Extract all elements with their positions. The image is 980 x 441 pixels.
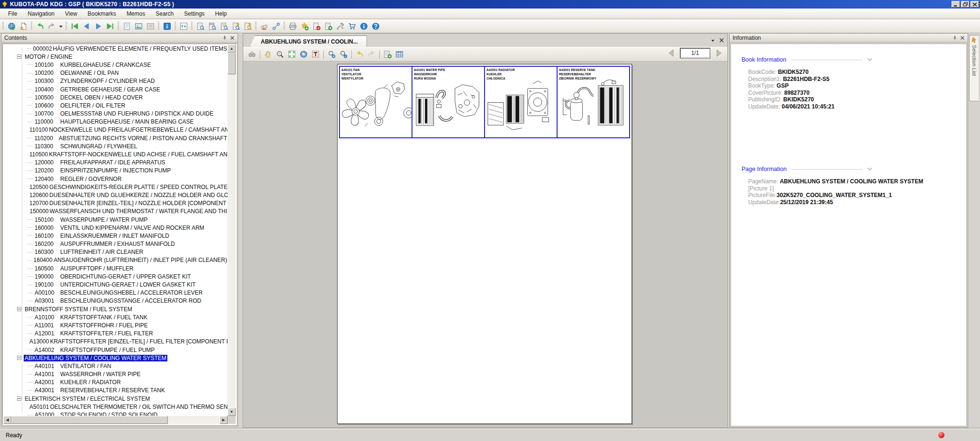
tree-item[interactable]: 100100KURBELGHAEUSE / CRANKCASE — [3, 61, 228, 69]
tree-item[interactable]: 120700DUESENHALTER [EINZEL-TEIL] / NOZZL… — [3, 199, 228, 207]
zoom-in-button[interactable] — [326, 49, 338, 60]
web-home-button[interactable] — [6, 20, 18, 32]
tree-item[interactable]: 160200AUSPUFFRUMMER / EXHAUST MANIFOLD — [3, 240, 228, 248]
memo-check-button[interactable] — [311, 20, 322, 32]
tree-item[interactable]: 110300SCHWUNGRAD / FLYWHEEL — [3, 142, 228, 150]
tree-item[interactable]: A10100KRAFTSTOFFTANK / FUEL TANK — [3, 313, 228, 321]
search-list-button[interactable] — [218, 20, 230, 32]
tree-item[interactable]: 160000VENTIL UND KIPPENARM / VALVE AND R… — [3, 224, 228, 232]
tree-item[interactable]: 160400ANSAUGENROHR (LUFTREINHEIT) / INLE… — [3, 256, 228, 264]
diagram-fan[interactable]: A40101 FAN VENTILATOR WENTYLATOR — [340, 67, 412, 137]
tab-cooling-system[interactable]: ABKUEHLUNG SYSTEM / COOLIN... — [250, 36, 367, 47]
scroll-right-icon[interactable]: ▶ — [220, 416, 228, 424]
tree-item[interactable]: A41001WASSERROHR / WATER PIPE — [3, 370, 228, 378]
text-select-button[interactable] — [310, 49, 321, 60]
menu-file[interactable]: File — [3, 9, 22, 18]
redo-mark-button[interactable] — [366, 49, 377, 60]
search-bookmark-button[interactable] — [230, 20, 242, 32]
collapse-box-icon[interactable] — [17, 54, 21, 59]
scroll-up-icon[interactable]: ▲ — [228, 45, 236, 53]
tab-list-dropdown-icon[interactable] — [709, 36, 716, 44]
illustration-view-button[interactable] — [133, 20, 145, 32]
tree-item[interactable]: A50101OELSCHALTER THERMOMETER / OIL SWIT… — [3, 403, 228, 411]
page-view-button[interactable] — [121, 20, 133, 32]
search-page-button[interactable] — [206, 20, 218, 32]
tree-vertical-scrollbar[interactable]: ▲ ▼ — [228, 45, 236, 416]
tree-item[interactable]: 190100UNTERDICHTUNG-GERAET / LOWER GASKE… — [3, 280, 228, 288]
tree-node[interactable]: BRENNSTOFF SYSTEM / FUEL SYSTEM — [3, 305, 228, 313]
tree-item[interactable]: A42001KUEHLER / RADIATOR — [3, 378, 228, 387]
undo-navigation-button[interactable] — [34, 20, 46, 32]
pan-hand-button[interactable] — [262, 49, 274, 60]
diagram-water-pipe[interactable]: A41001 WATER PIPE WASSERROHR RURA WODNA — [412, 67, 484, 137]
zoom-select-button[interactable] — [274, 49, 286, 60]
tree-item[interactable]: A03001BESCHLEUNIGUNGSSTANGE / ACCELERATO… — [3, 297, 228, 305]
tree-item[interactable]: 190000OBERDICHTUNG-GERAET / UPPER GASKET… — [3, 272, 228, 280]
diagram-radiator[interactable]: A42001 RADIATOR KUEHLER CHŁODNICA — [484, 67, 557, 137]
tree-item[interactable]: A11001KRAFTSTOFFROHR / FUEL PIPE — [3, 321, 228, 329]
tree-item[interactable]: 110100NOCKENWELLE UND FREILAUFGETRIEBEWE… — [3, 126, 228, 134]
pin-icon[interactable] — [221, 35, 229, 42]
fit-page-button[interactable] — [286, 49, 298, 60]
menu-view[interactable]: View — [60, 9, 82, 18]
eraser-button[interactable] — [258, 20, 270, 32]
previous-picture-icon[interactable] — [667, 49, 676, 57]
pin-icon[interactable] — [951, 35, 959, 42]
menu-bookmarks[interactable]: Bookmarks — [82, 9, 121, 18]
tree-item[interactable]: 150100WASSERPUMPE / WATER PUMP — [3, 216, 228, 224]
scroll-left-icon[interactable]: ◀ — [3, 416, 11, 424]
redo-navigation-button[interactable] — [46, 20, 58, 32]
previous-page-button[interactable] — [81, 20, 92, 32]
drawing-canvas[interactable]: A40101 FAN VENTILATOR WENTYLATOR — [244, 62, 727, 427]
scroll-thumb[interactable] — [228, 53, 236, 74]
tree-item[interactable]: A12001KRAFTSTOFFILTER / FUEL FILTER — [3, 330, 228, 338]
tree-item[interactable]: 120500GESCHWINDIGKEITS-REGLER PLATTE / S… — [3, 183, 228, 191]
menu-navigation[interactable]: Navigation — [22, 9, 60, 18]
next-page-button[interactable] — [92, 20, 104, 32]
tree-item[interactable]: 100200OELWANNE / OIL PAN — [3, 69, 228, 77]
tree-item[interactable]: 120600DUESENHALTER UND GLUEHKERZE / NOZZ… — [3, 191, 228, 199]
tree-item[interactable]: 100400GETRIEBE GEHAEUSE / GEAR CASE — [3, 85, 228, 93]
collapse-section-icon[interactable] — [867, 58, 872, 62]
search-book-button[interactable] — [194, 20, 206, 32]
tree-node[interactable]: MOTOR / ENGINE — [3, 53, 228, 61]
first-page-button[interactable] — [69, 20, 81, 32]
tree-item[interactable]: A00100BESCHLEUNIGUNGSHEBEL / ACCELERATOR… — [3, 289, 228, 297]
list-view-button[interactable] — [145, 20, 156, 32]
tree-item[interactable]: 160100EINLASSKRUEMMER / INLET MANIFOLD — [3, 232, 228, 240]
collapse-box-icon[interactable] — [17, 396, 21, 401]
tree-item[interactable]: 100500DECKEL OBEN / HEAD COVER — [3, 93, 228, 101]
menu-search[interactable]: Search — [150, 9, 179, 18]
snapshot-button[interactable] — [298, 49, 310, 60]
parts-table-button[interactable] — [394, 49, 405, 60]
tree-item[interactable]: 120200EINSPRITZENPUMPE / INJECTION PUMP — [3, 167, 228, 175]
tree-item[interactable]: A40101VENTILATOR / FAN — [3, 362, 228, 370]
minimize-button[interactable] — [952, 1, 960, 8]
tree-item[interactable]: A14002KRAFTSTOFFPUMPE / FUEL PUMP — [3, 346, 228, 354]
scroll-down-icon[interactable]: ▼ — [228, 408, 236, 416]
document-page[interactable]: A40101 FAN VENTILATOR WENTYLATOR — [337, 64, 632, 424]
tree-horizontal-scrollbar[interactable]: ◀ ▶ — [3, 416, 228, 424]
next-picture-icon[interactable] — [714, 49, 724, 57]
parts-cart-button[interactable] — [346, 20, 358, 32]
information-view-button[interactable] — [161, 20, 173, 32]
undo-mark-button[interactable] — [354, 49, 366, 60]
collapse-section-icon[interactable] — [867, 167, 872, 171]
tree-node[interactable]: ELEKTRISCH SYSTEM / ELECTRICAL SYSTEM — [3, 395, 228, 403]
tree-item[interactable]: 000002HÄUFIG VERWENDETE ELEMENTE / FREQU… — [3, 45, 228, 53]
scroll-thumb[interactable] — [11, 416, 168, 424]
menu-help[interactable]: Help — [210, 9, 232, 18]
memo-export-button[interactable] — [322, 20, 334, 32]
new-document-button[interactable] — [18, 20, 29, 32]
find-button[interactable] — [246, 49, 258, 60]
tree-item[interactable]: 100600OELFILTER / OIL FILTER — [3, 101, 228, 109]
tree-item[interactable]: 120000FREILAUFAPPARAT / IDLE APPARATUS — [3, 159, 228, 167]
tree-item[interactable]: A13000KRAFTSTOFFFILTER [EINZEL-TEIL] / F… — [3, 338, 228, 346]
history-dropdown-button[interactable] — [58, 20, 64, 32]
collapse-box-icon[interactable] — [17, 307, 21, 311]
tree-item[interactable]: 110000HAUPTLAGERGEHAEUSE / MAIN BEARING … — [3, 118, 228, 126]
tree-item[interactable]: 150000WASSERFLANSCH UND THERMOSTAT / WAT… — [3, 207, 228, 216]
search-memo-button[interactable] — [242, 20, 254, 32]
add-bookmark-button[interactable] — [299, 20, 311, 32]
tree-item[interactable]: 110500KRAFTSTOFF-NOCKENWELLE UND ACHSE /… — [3, 150, 228, 158]
